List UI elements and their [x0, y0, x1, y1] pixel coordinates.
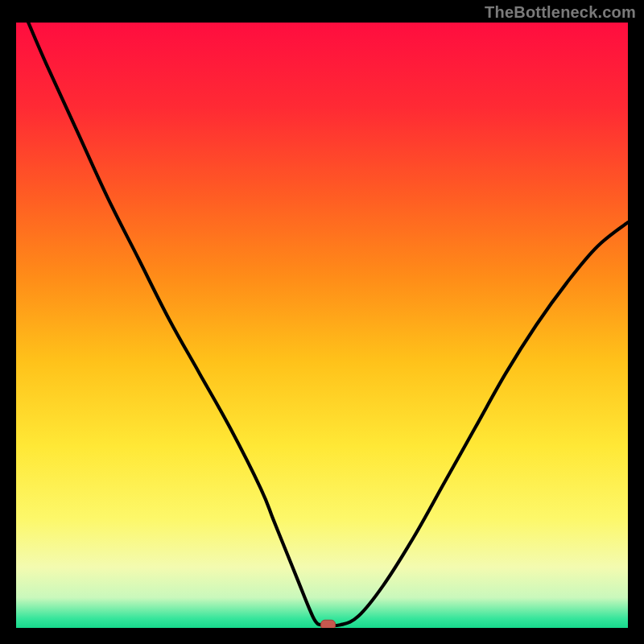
chart-frame: TheBottleneck.com	[0, 0, 644, 644]
plot-area	[16, 23, 628, 628]
watermark-text: TheBottleneck.com	[485, 3, 636, 22]
optimum-marker	[321, 620, 336, 628]
bottleneck-chart	[16, 23, 628, 628]
